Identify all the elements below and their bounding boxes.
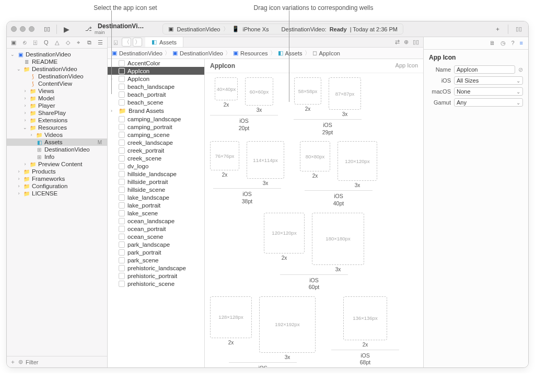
minimize-dot[interactable] xyxy=(20,26,26,32)
traffic-lights[interactable] xyxy=(11,26,34,32)
asset-prehistoric_landscape[interactable]: prehistoric_landscape xyxy=(108,264,204,272)
gamut-field[interactable]: Any xyxy=(454,98,523,107)
asset-prehistoric_scene[interactable]: prehistoric_scene xyxy=(108,280,204,287)
jump-bar[interactable]: ▣DestinationVideo〉▣DestinationVideo〉▣Res… xyxy=(108,48,423,59)
tree-item-extensions[interactable]: ›📁Extensions xyxy=(7,117,107,124)
tree-item-player[interactable]: ›📁Player xyxy=(7,102,107,109)
icon-well-80x80px[interactable]: 80×80px xyxy=(300,141,330,171)
icon-well-76x76px[interactable]: 76×76px xyxy=(210,141,239,170)
bookmark-nav-icon[interactable]: ⍐ xyxy=(31,39,39,46)
canvas-body[interactable]: 40×40px2x60×60px3xiOS20pt58×58px2x87×87p… xyxy=(205,73,423,368)
tree-item-destinationvideo[interactable]: ⌄▣DestinationVideo xyxy=(7,51,107,58)
ios-field[interactable]: All Sizes xyxy=(454,76,523,85)
library-toggle-icon[interactable]: ▯▯ xyxy=(514,26,524,32)
asset-ocean_portrait[interactable]: ocean_portrait xyxy=(108,225,204,233)
asset-prehistoric_portrait[interactable]: prehistoric_portrait xyxy=(108,272,204,280)
tree-item-resources[interactable]: ⌄📁Resources xyxy=(7,124,107,131)
forward-button[interactable]: 〉 xyxy=(133,38,142,47)
filter-icon[interactable]: ⊜ xyxy=(18,359,23,365)
add-button[interactable]: ＋ xyxy=(492,25,503,33)
tree-item-products[interactable]: ›📁Products xyxy=(7,168,107,175)
asset-beach_scene[interactable]: beach_scene xyxy=(108,98,204,106)
clear-icon[interactable]: ⊘ xyxy=(518,66,523,73)
attributes-inspector-icon[interactable]: ≡ xyxy=(520,40,523,47)
asset-beach_portrait[interactable]: beach_portrait xyxy=(108,90,204,98)
macos-field[interactable]: None xyxy=(454,87,523,96)
asset-appicon[interactable]: AppIcon xyxy=(108,67,204,75)
jumpbar-resources[interactable]: Resources xyxy=(240,50,268,56)
run-button[interactable]: ▶ xyxy=(62,25,71,33)
tree-item-shareplay[interactable]: ›📁SharePlay xyxy=(7,109,107,117)
icon-well-87x87px[interactable]: 87×87px xyxy=(329,77,361,110)
scheme-status-bar[interactable]: ▣ DestinationVideo 〉 📱 iPhone Xs Destina… xyxy=(162,24,403,34)
icon-well-136x136px[interactable]: 136×136px xyxy=(343,296,387,340)
tree-item-videos[interactable]: ›📁Videos xyxy=(7,131,107,139)
asset-list[interactable]: AccentColorAppIcon›AppIconbeach_landscap… xyxy=(108,59,204,368)
asset-lake_portrait[interactable]: lake_portrait xyxy=(108,201,204,209)
zoom-dot[interactable] xyxy=(29,26,34,32)
navigator-filter-input[interactable] xyxy=(26,359,104,365)
project-tree[interactable]: ⌄▣DestinationVideo≣README⌄📁DestinationVi… xyxy=(7,49,107,356)
tree-item-destinationvideo[interactable]: ⊞DestinationVideo xyxy=(7,146,107,153)
sidebar-toggle-icon[interactable]: ▯▯ xyxy=(43,25,51,33)
related-items-icon[interactable]: ⌺ xyxy=(111,39,120,46)
jumpbar-assets[interactable]: Assets xyxy=(285,50,303,56)
asset-hillside_landscape[interactable]: hillside_landscape xyxy=(108,170,204,178)
icon-well-60x60px[interactable]: 60×60px xyxy=(245,77,273,106)
asset-park_landscape[interactable]: park_landscape xyxy=(108,240,204,248)
icon-well-40x40px[interactable]: 40×40px xyxy=(215,77,238,100)
tree-item-destinationvideo[interactable]: ⟆DestinationVideo xyxy=(7,73,107,80)
tree-item-info[interactable]: ⊞Info xyxy=(7,153,107,160)
test-nav-icon[interactable]: ◇ xyxy=(64,39,72,46)
help-inspector-icon[interactable]: ? xyxy=(511,40,514,47)
asset-creek_portrait[interactable]: creek_portrait xyxy=(108,146,204,154)
back-button[interactable]: 〈 xyxy=(122,38,131,47)
source-control-nav-icon[interactable]: ⎋ xyxy=(21,39,29,46)
icon-well-180x180px[interactable]: 180×180px xyxy=(312,213,364,265)
history-inspector-icon[interactable]: ◷ xyxy=(501,40,506,47)
icon-well-120x120px[interactable]: 120×120px xyxy=(338,141,377,181)
jumpbar-destinationvideo[interactable]: DestinationVideo xyxy=(119,50,162,56)
asset-lake_landscape[interactable]: lake_landscape xyxy=(108,193,204,201)
name-field[interactable]: AppIcon xyxy=(454,65,515,74)
tab-assets[interactable]: ◧ Assets xyxy=(145,37,183,47)
asset-park_scene[interactable]: park_scene xyxy=(108,256,204,264)
tree-item-preview-content[interactable]: ›📁Preview Content xyxy=(7,160,107,168)
editor-options-icon[interactable]: ⇄ xyxy=(395,39,400,45)
asset-creek_landscape[interactable]: creek_landscape xyxy=(108,139,204,146)
adjust-editor-icon[interactable]: ⊕ xyxy=(404,39,409,45)
project-nav-icon[interactable]: ▣ xyxy=(10,39,18,46)
asset-beach_landscape[interactable]: beach_landscape xyxy=(108,83,204,90)
tree-item-readme[interactable]: ≣README xyxy=(7,58,107,65)
breakpoint-nav-icon[interactable]: ⧉ xyxy=(86,39,94,46)
icon-well-58x58px[interactable]: 58×58px xyxy=(294,77,321,105)
icon-well-128x128px[interactable]: 128×128px xyxy=(210,296,252,338)
asset-ocean_scene[interactable]: ocean_scene xyxy=(108,233,204,240)
tree-item-frameworks[interactable]: ›📁Frameworks xyxy=(7,175,107,182)
asset-appicon[interactable]: ›AppIcon xyxy=(108,75,204,83)
asset-hillside_scene[interactable]: hillside_scene xyxy=(108,186,204,193)
tree-item-configuration[interactable]: ›📁Configuration xyxy=(7,182,107,190)
asset-park_portrait[interactable]: park_portrait xyxy=(108,248,204,256)
jumpbar-destinationvideo[interactable]: DestinationVideo xyxy=(180,50,223,56)
tree-item-contentview[interactable]: ⟆ContentView xyxy=(7,80,107,87)
find-nav-icon[interactable]: Q xyxy=(42,39,50,46)
add-file-icon[interactable]: ＋ xyxy=(10,358,16,366)
tree-item-model[interactable]: ›📁Model xyxy=(7,95,107,102)
split-editor-icon[interactable]: ▯▯ xyxy=(413,39,419,45)
asset-ocean_landscape[interactable]: ocean_landscape xyxy=(108,217,204,225)
asset-camping_landscape[interactable]: camping_landscape xyxy=(108,115,204,123)
icon-well-114x114px[interactable]: 114×114px xyxy=(247,141,284,179)
asset-accentcolor[interactable]: AccentColor xyxy=(108,59,204,67)
close-dot[interactable] xyxy=(11,26,17,32)
jumpbar-appicon[interactable]: AppIcon xyxy=(319,50,340,56)
tree-item-views[interactable]: ›📁Views xyxy=(7,87,107,95)
tree-item-destinationvideo[interactable]: ⌄📁DestinationVideo xyxy=(7,65,107,73)
tree-item-assets[interactable]: ◧AssetsM xyxy=(7,139,107,146)
asset-creek_scene[interactable]: creek_scene xyxy=(108,154,204,162)
report-nav-icon[interactable]: ☰ xyxy=(96,39,104,46)
file-inspector-icon[interactable]: 🗎 xyxy=(490,40,495,47)
icon-well-192x192px[interactable]: 192×192px xyxy=(259,296,316,353)
asset-camping_portrait[interactable]: camping_portrait xyxy=(108,123,204,131)
asset-brand-assets[interactable]: ›📁Brand Assets xyxy=(108,106,204,115)
